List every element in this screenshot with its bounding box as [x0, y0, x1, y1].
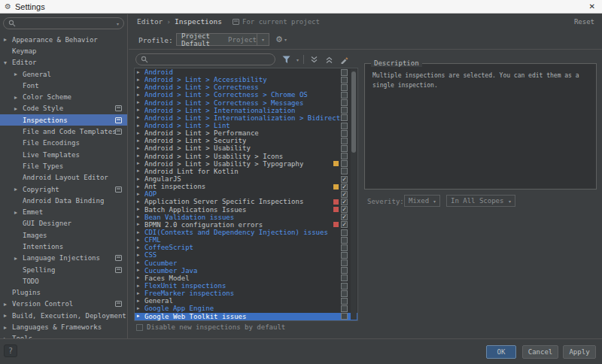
- disable-new-inspections-checkbox[interactable]: [136, 324, 143, 331]
- inspection-checkbox[interactable]: [341, 305, 348, 312]
- sidebar-item-spelling[interactable]: Spelling: [0, 264, 127, 275]
- chevron-right-icon[interactable]: ▸: [137, 268, 144, 273]
- chevron-right-icon[interactable]: ▸: [137, 184, 144, 190]
- sidebar-item-android-layout-editor[interactable]: Android Layout Editor: [0, 172, 127, 184]
- chevron-right-icon[interactable]: ▸: [137, 192, 144, 197]
- chevron-right-icon[interactable]: ▸: [14, 105, 23, 112]
- chevron-right-icon[interactable]: ▸: [137, 214, 144, 220]
- inspection-row-bean-validation-issues[interactable]: ▸Bean Validation issues✓: [135, 214, 357, 221]
- chevron-right-icon[interactable]: ▸: [137, 100, 144, 105]
- inspection-row-angularjs[interactable]: ▸AngularJS✓: [135, 175, 357, 183]
- brush-icon[interactable]: [339, 54, 349, 65]
- inspection-checkbox[interactable]: [341, 107, 348, 114]
- inspection-row-ant-inspections[interactable]: ▸Ant inspections✓: [135, 183, 357, 190]
- breadcrumb-editor[interactable]: Editor: [137, 17, 163, 26]
- chevron-right-icon[interactable]: ▸: [137, 291, 144, 296]
- sidebar-item-live-templates[interactable]: Live Templates: [0, 149, 127, 160]
- chevron-right-icon[interactable]: ▸: [137, 153, 144, 159]
- close-icon[interactable]: ✕: [589, 2, 595, 11]
- chevron-right-icon[interactable]: ▸: [137, 306, 144, 311]
- chevron-right-icon[interactable]: ▸: [137, 108, 144, 113]
- severity-combobox[interactable]: Mixed ▾: [404, 195, 440, 207]
- chevron-right-icon[interactable]: ▸: [137, 245, 144, 250]
- inspection-row-cfml[interactable]: ▸CFML: [135, 236, 357, 244]
- inspection-checkbox[interactable]: [341, 160, 348, 167]
- inspection-checkbox[interactable]: [341, 290, 348, 297]
- inspection-row-batch-applications-issues[interactable]: ▸Batch Applications Issues✓: [135, 206, 357, 214]
- chevron-right-icon[interactable]: ▸: [14, 94, 23, 101]
- profile-combobox[interactable]: Project Default Project ▾: [176, 33, 269, 46]
- chevron-right-icon[interactable]: ▸: [4, 324, 12, 331]
- profile-actions-button[interactable]: ⚙ ▾: [275, 35, 287, 44]
- sidebar-item-font[interactable]: Font: [0, 80, 127, 91]
- chevron-right-icon[interactable]: ▸: [14, 186, 23, 193]
- chevron-right-icon[interactable]: ▸: [137, 123, 144, 129]
- chevron-right-icon[interactable]: ▸: [4, 301, 12, 308]
- sidebar-item-keymap[interactable]: Keymap: [0, 45, 127, 56]
- sidebar-item-gui-designer[interactable]: GUI Designer: [0, 218, 127, 229]
- chevron-right-icon[interactable]: ▸: [137, 77, 144, 83]
- chevron-right-icon[interactable]: ▸: [4, 36, 12, 43]
- sidebar-item-build-execution-deployment[interactable]: ▸Build, Execution, Deployment: [0, 310, 127, 321]
- combo-arrow[interactable]: ▾: [257, 34, 269, 45]
- sidebar-item-languages-frameworks[interactable]: ▸Languages & Frameworks: [0, 321, 127, 332]
- inspection-checkbox[interactable]: [341, 252, 348, 259]
- inspection-row-coffeescript[interactable]: ▸CoffeeScript: [135, 244, 357, 251]
- chevron-right-icon[interactable]: ▸: [137, 177, 144, 182]
- chevron-right-icon[interactable]: ▸: [137, 146, 144, 151]
- collapse-all-icon[interactable]: [324, 54, 334, 65]
- inspection-row-android-lint-accessibility[interactable]: ▸Android > Lint > Accessibility: [135, 76, 357, 83]
- ok-button[interactable]: OK: [486, 345, 516, 359]
- sidebar-item-emmet[interactable]: ▸Emmet: [0, 206, 127, 217]
- chevron-right-icon[interactable]: ▸: [137, 93, 144, 98]
- sidebar-item-plugins[interactable]: Plugins: [0, 287, 127, 299]
- inspection-row-android-lint-correctness-messages[interactable]: ▸Android > Lint > Correctness > Messages: [135, 99, 357, 107]
- inspection-checkbox[interactable]: [341, 138, 348, 144]
- sidebar-item-version-control[interactable]: ▸Version Control: [0, 299, 127, 310]
- inspection-row-android-lint-for-kotlin[interactable]: ▸Android Lint for Kotlin: [135, 168, 357, 175]
- filter-icon[interactable]: [281, 54, 292, 65]
- sidebar-item-file-types[interactable]: File Types: [0, 160, 127, 171]
- chevron-right-icon[interactable]: ▸: [137, 253, 144, 258]
- inspection-checkbox[interactable]: [341, 130, 348, 137]
- inspection-row-cucumber-java[interactable]: ▸Cucumber Java: [135, 267, 357, 275]
- inspection-checkbox[interactable]: [341, 283, 348, 290]
- inspection-checkbox[interactable]: [341, 92, 348, 99]
- chevron-right-icon[interactable]: ▸: [137, 85, 144, 90]
- sidebar-item-inspections[interactable]: Inspections: [0, 114, 127, 126]
- inspection-checkbox[interactable]: ✓: [341, 176, 348, 183]
- chevron-right-icon[interactable]: ▸: [14, 255, 23, 262]
- inspection-row-aop[interactable]: ▸AOP✓: [135, 190, 357, 198]
- sidebar-item-file-and-code-templates[interactable]: File and Code Templates: [0, 126, 127, 137]
- sidebar-item-general[interactable]: ▸General: [0, 68, 127, 80]
- chevron-right-icon[interactable]: ▸: [137, 115, 144, 120]
- chevron-down-icon[interactable]: ▾: [4, 59, 12, 66]
- inspection-checkbox[interactable]: [341, 114, 348, 121]
- inspection-row-flexunit-inspections[interactable]: ▸FlexUnit inspections: [135, 282, 357, 290]
- sidebar-item-language-injections[interactable]: ▸Language Injections: [0, 253, 127, 264]
- chevron-right-icon[interactable]: ▸: [137, 168, 144, 174]
- inspection-row-android-lint-usability-typography[interactable]: ▸Android > Lint > Usability > Typography: [135, 160, 357, 168]
- inspection-row-android-lint-security[interactable]: ▸Android > Lint > Security: [135, 137, 357, 144]
- inspection-row-android-lint-usability[interactable]: ▸Android > Lint > Usability: [135, 144, 357, 152]
- chevron-right-icon[interactable]: ▸: [137, 284, 144, 289]
- inspection-row-css[interactable]: ▸CSS: [135, 251, 357, 259]
- chevron-right-icon[interactable]: ▸: [137, 314, 144, 319]
- inspection-row-bpmn-2-0-configuration-errors[interactable]: ▸BPMN 2.0 configuration errors✓: [135, 221, 357, 229]
- inspection-checkbox[interactable]: [341, 145, 348, 152]
- inspection-checkbox[interactable]: ✓: [341, 206, 348, 213]
- inspection-row-cdi-contexts-and-dependency-injection-issues[interactable]: ▸CDI(Contexts and Dependency Injection) …: [135, 229, 357, 236]
- inspection-row-cucumber[interactable]: ▸Cucumber: [135, 259, 357, 267]
- inspections-search-box[interactable]: [135, 53, 275, 65]
- settings-search-input[interactable]: [18, 19, 114, 28]
- inspection-row-android-lint-performance[interactable]: ▸Android > Lint > Performance: [135, 129, 357, 137]
- help-button[interactable]: ?: [4, 344, 17, 357]
- inspection-row-faces-model[interactable]: ▸Faces Model: [135, 275, 357, 282]
- filter-caret-icon[interactable]: ▾: [296, 57, 299, 62]
- chevron-right-icon[interactable]: ▸: [137, 260, 144, 265]
- inspection-row-android-lint-internationalization[interactable]: ▸Android > Lint > Internationalization: [135, 107, 357, 114]
- cancel-button[interactable]: Cancel: [522, 345, 558, 359]
- inspection-checkbox[interactable]: [341, 313, 348, 320]
- chevron-right-icon[interactable]: ▸: [137, 131, 144, 136]
- inspection-checkbox[interactable]: [341, 153, 348, 159]
